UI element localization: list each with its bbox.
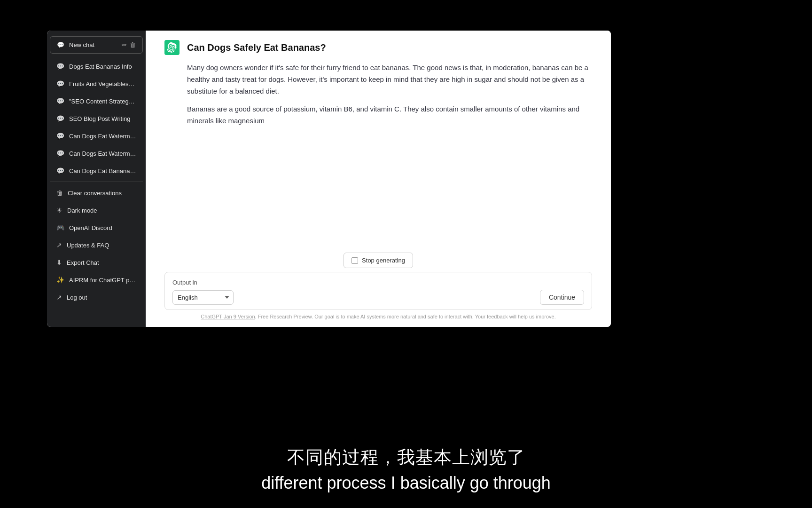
sidebar-item-label: Dogs Eat Bananas Info: [69, 63, 132, 70]
chat-history-icon: 💬: [56, 97, 64, 105]
checkbox-icon: [351, 257, 358, 264]
action-icon: ✨: [56, 276, 64, 284]
output-panel-row: EnglishSpanishFrenchGermanChineseJapanes…: [172, 290, 584, 305]
assistant-message: Can Dogs Safely Eat Bananas? Many dog ow…: [164, 40, 592, 134]
sidebar-item-label: Can Dogs Eat Watermelon?: [69, 133, 136, 140]
output-panel: Output in EnglishSpanishFrenchGermanChin…: [164, 272, 592, 310]
sidebar-item-watermelon1[interactable]: 💬Can Dogs Eat Watermelon?: [50, 127, 143, 144]
sidebar-action-label: OpenAI Discord: [69, 224, 112, 231]
sidebar-item-dogs-bananas[interactable]: 💬Dogs Eat Bananas Info: [50, 58, 143, 75]
sidebar-item-label: Fruits And Vegetables Dogs: [69, 80, 136, 87]
message-title: Can Dogs Safely Eat Bananas?: [187, 40, 592, 56]
main-content: Can Dogs Safely Eat Bananas? Many dog ow…: [146, 31, 611, 327]
avatar: [164, 40, 180, 55]
message-text: Can Dogs Safely Eat Bananas? Many dog ow…: [187, 40, 592, 134]
action-icon: 🗑: [56, 189, 63, 197]
sidebar-action-discord[interactable]: 🎮OpenAI Discord: [50, 219, 143, 236]
sidebar-divider: [50, 182, 143, 182]
chat-history-icon: 💬: [56, 63, 64, 70]
sidebar-action-aiprm[interactable]: ✨AIPRM for ChatGPT powered: [50, 271, 143, 288]
chat-history-icon: 💬: [56, 115, 64, 122]
sidebar-action-dark-mode[interactable]: ☀Dark mode: [50, 202, 143, 219]
sidebar-action-updates[interactable]: ↗Updates & FAQ: [50, 237, 143, 254]
chatgpt-logo-icon: [167, 42, 177, 53]
action-icon: ☀: [56, 206, 62, 214]
sidebar-action-label: AIPRM for ChatGPT powered: [69, 277, 136, 284]
sidebar-item-bananas[interactable]: 💬Can Dogs Eat Bananas?: [50, 162, 143, 179]
sidebar-item-label: SEO Blog Post Writing: [69, 115, 131, 122]
sidebar-item-watermelon2[interactable]: 💬Can Dogs Eat Watermelon?: [50, 145, 143, 162]
subtitle-english: different process I basically go through: [261, 473, 551, 493]
message-paragraph-1: Many dog owners wonder if it's safe for …: [187, 62, 592, 97]
edit-icon[interactable]: ✏: [122, 41, 127, 48]
sidebar-item-seo-blog[interactable]: 💬SEO Blog Post Writing: [50, 110, 143, 127]
chat-history-icon: 💬: [56, 80, 64, 87]
output-label: Output in: [172, 279, 584, 286]
new-chat-label: New chat: [69, 41, 94, 48]
sidebar-item-seo-strategy[interactable]: 💬"SEO Content Strategy Plan": [50, 93, 143, 110]
chat-history-icon: 💬: [56, 167, 64, 175]
sidebar-action-clear[interactable]: 🗑Clear conversations: [50, 184, 143, 201]
sidebar-action-label: Dark mode: [67, 207, 97, 214]
sidebar-action-label: Log out: [67, 294, 87, 301]
sidebar-item-fruits-vegetables[interactable]: 💬Fruits And Vegetables Dogs: [50, 75, 143, 92]
chat-history: 💬Dogs Eat Bananas Info💬Fruits And Vegeta…: [47, 57, 146, 180]
subtitle-chinese: 不同的过程，我基本上浏览了: [287, 445, 525, 469]
footer-link[interactable]: ChatGPT Jan 9 Version: [201, 314, 255, 319]
language-select[interactable]: EnglishSpanishFrenchGermanChineseJapanes…: [172, 290, 234, 305]
sidebar-item-label: Can Dogs Eat Watermelon?: [69, 150, 136, 157]
sidebar-action-label: Updates & FAQ: [67, 242, 109, 249]
chat-icon: 💬: [57, 41, 64, 48]
stop-generating-button[interactable]: Stop generating: [344, 253, 413, 268]
subtitle-bar: 不同的过程，我基本上浏览了 different process I basica…: [0, 430, 812, 508]
bottom-area: Stop generating Output in EnglishSpanish…: [146, 248, 611, 327]
continue-button[interactable]: Continue: [540, 290, 584, 305]
new-chat-button[interactable]: 💬 New chat ✏ 🗑: [50, 36, 143, 54]
chat-history-icon: 💬: [56, 150, 64, 157]
sidebar: 💬 New chat ✏ 🗑 💬Dogs Eat Bananas Info💬Fr…: [47, 31, 146, 327]
chat-area: Can Dogs Safely Eat Bananas? Many dog ow…: [146, 31, 611, 248]
action-icon: ⬇: [56, 259, 62, 266]
footer-description: . Free Research Preview. Our goal is to …: [255, 314, 556, 319]
action-icon: ↗: [56, 294, 62, 301]
action-icon: 🎮: [56, 224, 64, 231]
action-icon: ↗: [56, 241, 62, 249]
sidebar-action-label: Clear conversations: [68, 190, 122, 197]
chat-history-icon: 💬: [56, 132, 64, 140]
stop-generating-label: Stop generating: [362, 257, 405, 264]
trash-icon[interactable]: 🗑: [130, 41, 136, 48]
sidebar-actions: 🗑Clear conversations☀Dark mode🎮OpenAI Di…: [47, 184, 146, 306]
chatgpt-avatar: [164, 40, 180, 55]
sidebar-action-label: Export Chat: [67, 259, 99, 266]
message-paragraph-2: Bananas are a good source of potassium, …: [187, 103, 592, 127]
footer: ChatGPT Jan 9 Version. Free Research Pre…: [201, 314, 556, 322]
sidebar-action-export[interactable]: ⬇Export Chat: [50, 254, 143, 271]
sidebar-item-label: "SEO Content Strategy Plan": [69, 98, 136, 105]
sidebar-action-logout[interactable]: ↗Log out: [50, 289, 143, 306]
sidebar-item-label: Can Dogs Eat Bananas?: [69, 167, 136, 175]
